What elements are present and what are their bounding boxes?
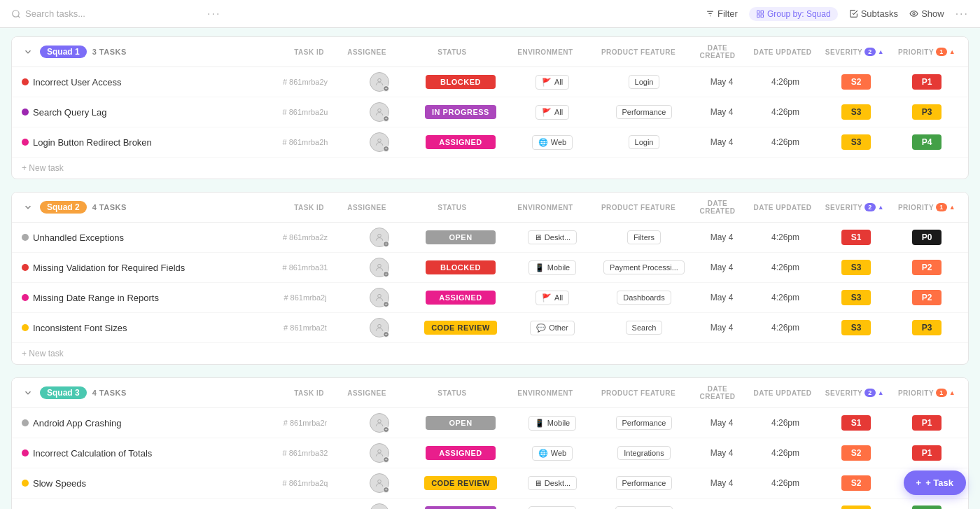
col-date-created: DATE CREATED bbox=[690, 385, 746, 400]
task-severity: S2 bbox=[821, 74, 891, 90]
priority-badge: P1 bbox=[912, 445, 941, 461]
status-badge: CODE REVIEW bbox=[424, 321, 497, 335]
task-row[interactable]: Search Query Lag # 861mrba2u + IN PROGRE… bbox=[12, 97, 968, 127]
show-btn[interactable]: Show bbox=[909, 8, 944, 19]
task-feature: Payment Processi... bbox=[598, 260, 690, 274]
search-more-btn[interactable]: ··· bbox=[207, 8, 220, 20]
date-updated: 4:26pm bbox=[754, 293, 817, 302]
task-row[interactable]: Incorrect Calculation of Totals # 861mrb… bbox=[12, 438, 968, 468]
task-priority: P2 bbox=[895, 260, 958, 275]
squad-chevron[interactable] bbox=[22, 46, 34, 58]
task-row[interactable]: Incorrect User Access # 861mrba2y + BLOC… bbox=[12, 67, 968, 97]
date-updated: 4:26pm bbox=[754, 263, 817, 272]
task-feature: Core Product bbox=[598, 506, 690, 509]
task-severity: S2 bbox=[821, 445, 891, 461]
task-row[interactable]: Missing Date Range in Reports # 861mrba2… bbox=[12, 283, 968, 313]
task-priority: P1 bbox=[895, 415, 958, 431]
task-feature: Dashboards bbox=[598, 291, 690, 305]
env-badge: 📱 Mobile bbox=[528, 506, 576, 510]
task-name: Inconsistent Font Sizes bbox=[33, 323, 262, 333]
assignee-avatar: + bbox=[370, 503, 389, 509]
task-name: Slow Speeds bbox=[33, 478, 262, 489]
task-severity: S3 bbox=[821, 320, 891, 335]
task-priority-dot bbox=[22, 294, 29, 301]
task-id: # 861mrba32 bbox=[267, 449, 344, 457]
col-feature: PRODUCT FEATURE bbox=[593, 204, 684, 211]
svg-point-19 bbox=[378, 480, 382, 483]
task-id: # 861mrba2r bbox=[267, 419, 344, 427]
svg-rect-5 bbox=[757, 11, 760, 13]
task-name: Incorrect User Access bbox=[33, 77, 262, 88]
severity-badge: S3 bbox=[841, 505, 871, 509]
task-priority: P0 bbox=[895, 230, 958, 245]
task-name: Search Query Lag bbox=[33, 107, 262, 118]
task-feature: Performance bbox=[598, 105, 690, 119]
assignee-avatar: + bbox=[370, 443, 389, 463]
task-row[interactable]: Android App Crashing # 861mrba2r + OPEN … bbox=[12, 408, 968, 438]
svg-point-13 bbox=[378, 234, 382, 237]
task-row[interactable]: Missing Validation for Required Fields #… bbox=[12, 253, 968, 283]
col-env: ENVIRONMENT bbox=[503, 204, 587, 211]
task-status: ASSIGNED bbox=[415, 135, 506, 149]
task-env: 🚩 All bbox=[510, 291, 594, 305]
task-feature: Search bbox=[598, 321, 690, 335]
search-bar[interactable]: Search tasks... bbox=[11, 8, 207, 19]
task-row[interactable]: Unhandled Exceptions # 861mrba2z + OPEN … bbox=[12, 223, 968, 253]
env-badge: 📱 Mobile bbox=[528, 260, 576, 275]
status-badge: OPEN bbox=[426, 416, 496, 430]
more-options-btn[interactable]: ··· bbox=[955, 8, 969, 20]
task-row[interactable]: Inconsistent Font Sizes # 861mrba2t + CO… bbox=[12, 313, 968, 343]
task-priority: P4 bbox=[895, 134, 958, 150]
priority-badge: P1 bbox=[912, 415, 941, 431]
task-priority-dot bbox=[22, 480, 29, 487]
feature-badge: Core Product bbox=[615, 506, 673, 509]
svg-point-14 bbox=[378, 264, 382, 267]
task-priority-dot bbox=[22, 324, 29, 331]
status-badge: OPEN bbox=[426, 230, 496, 244]
col-assignee: ASSIGNEE bbox=[335, 389, 398, 397]
severity-badge: S2 bbox=[841, 475, 871, 491]
task-feature: Filters bbox=[598, 230, 690, 244]
feature-badge: Performance bbox=[616, 105, 673, 119]
col-priority: PRIORITY 1▲ bbox=[895, 389, 958, 397]
env-icon: 💬 bbox=[536, 323, 546, 333]
task-feature: Integrations bbox=[598, 446, 690, 460]
squad-chevron[interactable] bbox=[22, 386, 34, 399]
new-task-btn[interactable]: + New task bbox=[12, 343, 968, 364]
date-created: May 4 bbox=[694, 478, 750, 488]
env-icon: 🚩 bbox=[542, 293, 552, 302]
squad-chevron[interactable] bbox=[22, 201, 34, 214]
severity-badge: S1 bbox=[841, 230, 871, 245]
col-status: STATUS bbox=[407, 389, 498, 397]
task-row[interactable]: Login Button Redirect Broken # 861mrba2h… bbox=[12, 127, 968, 158]
squad-tasks-count: 4 TASKS bbox=[92, 203, 127, 211]
col-env: ENVIRONMENT bbox=[503, 48, 587, 56]
col-date-updated: DATE UPDATED bbox=[751, 204, 814, 211]
task-priority-dot bbox=[22, 419, 29, 426]
subtasks-btn[interactable]: Subtasks bbox=[849, 8, 898, 19]
task-priority-dot bbox=[22, 109, 29, 116]
task-row[interactable]: Slow Speeds # 861mrba2q + CODE REVIEW 🖥 … bbox=[12, 468, 968, 498]
task-feature: Performance bbox=[598, 416, 690, 430]
status-badge: ASSIGNED bbox=[426, 446, 496, 460]
col-task-id: TASK ID bbox=[294, 48, 324, 56]
severity-badge: S3 bbox=[841, 290, 871, 305]
env-badge: 📱 Mobile bbox=[528, 416, 576, 431]
task-name: Missing Validation for Required Fields bbox=[33, 263, 262, 273]
filter-btn[interactable]: Filter bbox=[706, 8, 738, 19]
new-task-btn[interactable]: + New task bbox=[12, 158, 968, 179]
task-env: 📱 Mobile bbox=[510, 506, 594, 510]
task-status: ASSIGNED bbox=[415, 446, 506, 460]
group-by-btn[interactable]: Group by: Squad bbox=[749, 7, 838, 21]
task-priority-dot bbox=[22, 264, 29, 271]
col-priority: PRIORITY 1▲ bbox=[895, 48, 958, 56]
env-icon: 🚩 bbox=[542, 78, 552, 87]
add-task-fab[interactable]: + + Task bbox=[904, 470, 966, 495]
task-row[interactable]: Truncated Button Text # 861mrba2v + IN P… bbox=[12, 498, 968, 509]
env-icon: 🚩 bbox=[542, 108, 552, 117]
status-badge: ASSIGNED bbox=[426, 291, 496, 305]
task-priority: P2 bbox=[895, 290, 958, 305]
assignee-cell: + bbox=[348, 443, 411, 463]
severity-badge: S2 bbox=[841, 74, 871, 90]
task-priority: P1 bbox=[895, 74, 958, 90]
